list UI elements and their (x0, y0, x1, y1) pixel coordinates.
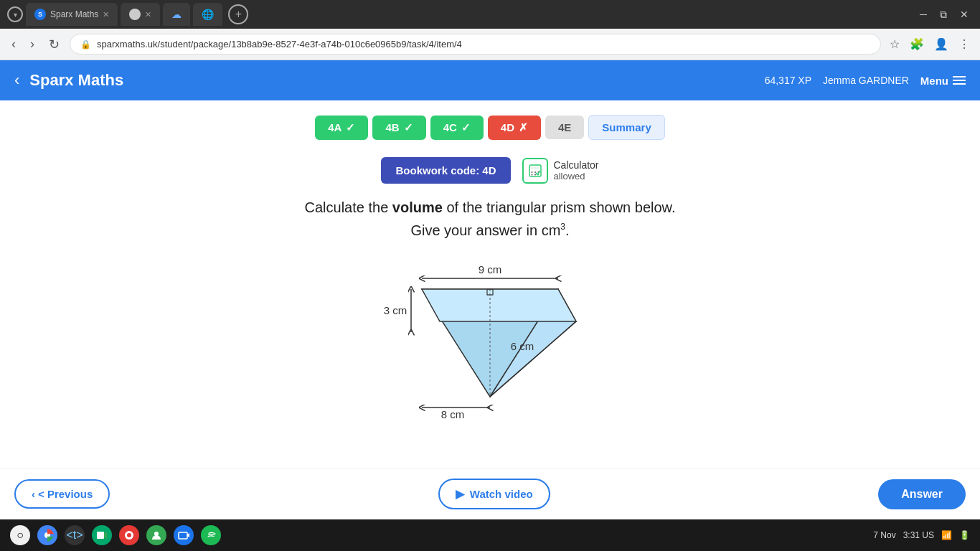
video-icon: ▶ (456, 487, 464, 501)
answer-label: Answer (901, 488, 943, 500)
svg-text:9 cm: 9 cm (479, 263, 502, 276)
tab-close-2[interactable]: ✕ (145, 10, 151, 19)
tab-4c-check-icon: ✓ (461, 121, 471, 134)
task-tabs: 4A ✓ 4B ✓ 4C ✓ 4D ✗ 4E Summary (315, 115, 664, 140)
prism-diagram: 9 cm 3 cm 6 cm 8 cm (347, 253, 633, 418)
hamburger-icon (953, 76, 966, 85)
tab-4a-label: 4A (328, 121, 341, 133)
watch-video-button[interactable]: ▶ Watch video (438, 479, 550, 509)
main-content: 4A ✓ 4B ✓ 4C ✓ 4D ✗ 4E Summary Bookwork … (0, 100, 980, 468)
tab-dropdown[interactable]: ▾ (7, 6, 23, 22)
diagram-area: 9 cm 3 cm 6 cm 8 cm (347, 253, 633, 418)
svg-point-5 (531, 174, 532, 175)
svg-marker-23 (104, 532, 107, 539)
browser-tab-image[interactable]: ✕ (121, 3, 160, 26)
close-button[interactable]: ✕ (956, 7, 973, 22)
svg-text:8 cm: 8 cm (441, 408, 465, 418)
tab-4a-check-icon: ✓ (346, 121, 355, 134)
watch-video-label: Watch video (470, 488, 533, 500)
header-right: 64,317 XP Jemma GARDNER Menu (765, 75, 966, 87)
browser-tab-sparx[interactable]: S Sparx Maths ✕ (26, 3, 118, 26)
svg-point-29 (205, 529, 217, 541)
app-back-button[interactable]: ‹ (14, 71, 19, 90)
bookmark-icon[interactable]: ☆ (887, 34, 903, 54)
tab-4e-label: 4E (558, 121, 571, 133)
taskbar-circle-icon[interactable]: ○ (10, 525, 30, 545)
user-name: Jemma GARDNER (823, 75, 909, 86)
taskbar-terminal-icon[interactable]: <t> (65, 525, 85, 545)
battery-icon: 🔋 (959, 530, 970, 540)
question-bold-text: volume (392, 199, 443, 215)
taskbar-spotify-icon[interactable] (201, 525, 221, 545)
tab-close[interactable]: ✕ (103, 10, 109, 19)
taskbar-chrome-icon[interactable] (37, 525, 57, 545)
window-controls: ─ ⧉ ✕ (915, 7, 973, 22)
tab-4b-label: 4B (385, 121, 399, 133)
profile-icon[interactable]: 👤 (931, 34, 951, 54)
url-text: sparxmaths.uk/student/package/13b8ab9e-8… (97, 39, 870, 50)
svg-rect-1 (531, 166, 540, 169)
question-pre-text: Calculate the (305, 199, 392, 215)
tab-summary[interactable]: Summary (588, 115, 664, 140)
restore-button[interactable]: ⧉ (936, 7, 951, 22)
taskbar-meet-icon[interactable] (92, 525, 112, 545)
tab-4d[interactable]: 4D ✗ (488, 116, 541, 140)
taskbar-contacts-icon[interactable] (146, 525, 166, 545)
svg-point-3 (534, 171, 536, 173)
svg-rect-27 (179, 532, 187, 539)
menu-label: Menu (920, 75, 948, 87)
taskbar-red-icon[interactable] (119, 525, 139, 545)
calculator-label: Calculator (554, 159, 599, 171)
calculator-badge: Calculator allowed (522, 158, 599, 184)
wifi-icon: 📶 (941, 530, 952, 540)
browser-tabs: ▾ S Sparx Maths ✕ ✕ ☁ 🌐 + (7, 3, 910, 26)
question-line2-text: Give your answer in cm (410, 222, 560, 238)
taskbar: ○ <t> 7 Nov 3:31 US 📶 🔋 (0, 519, 980, 551)
browser-chrome: ▾ S Sparx Maths ✕ ✕ ☁ 🌐 + ─ ⧉ ✕ (0, 0, 980, 29)
previous-label: < Previous (38, 488, 93, 500)
previous-button[interactable]: ‹ < Previous (14, 479, 110, 509)
bookwork-code-badge: Bookwork code: 4D (381, 157, 510, 184)
calculator-icon (522, 158, 548, 184)
question-line2: Give your answer in cm3. (305, 222, 676, 239)
app-header: ‹ Sparx Maths 64,317 XP Jemma GARDNER Me… (0, 60, 980, 100)
taskbar-date: 7 Nov (873, 530, 895, 540)
new-tab-button[interactable]: + (228, 4, 248, 24)
prev-arrow-icon: ‹ (32, 488, 35, 500)
svg-point-2 (531, 171, 532, 173)
menu-button[interactable]: Menu (920, 75, 966, 87)
xp-display: 64,317 XP (765, 75, 811, 86)
more-icon[interactable]: ⋮ (956, 34, 973, 54)
tab-4c[interactable]: 4C ✓ (430, 116, 484, 140)
tab-4d-x-icon: ✗ (519, 121, 528, 134)
browser-toolbar-icons: ☆ 🧩 👤 ⋮ (887, 34, 973, 54)
back-nav-button[interactable]: ‹ (7, 34, 20, 55)
question-line1: Calculate the volume of the triangular p… (305, 199, 676, 216)
taskbar-time: 3:31 US (903, 530, 934, 540)
svg-text:6 cm: 6 cm (511, 340, 534, 352)
taskbar-camera-icon[interactable] (174, 525, 194, 545)
question-area: Calculate the volume of the triangular p… (305, 199, 676, 239)
bookwork-row: Bookwork code: 4D Calculato (381, 157, 598, 184)
tab-4c-label: 4C (443, 121, 457, 133)
browser-tab-cloud[interactable]: ☁ (163, 3, 190, 26)
url-bar[interactable]: 🔒 sparxmaths.uk/student/package/13b8ab9e… (70, 34, 881, 55)
tab-summary-label: Summary (602, 121, 651, 133)
tab-4d-label: 4D (501, 121, 514, 133)
bottom-bar: ‹ < Previous ▶ Watch video Answer (0, 468, 980, 519)
tab-4a[interactable]: 4A ✓ (315, 116, 368, 140)
extension-icon[interactable]: 🧩 (907, 34, 927, 54)
tab-4b-check-icon: ✓ (404, 121, 413, 134)
reload-button[interactable]: ↻ (44, 34, 64, 55)
tab-4b[interactable]: 4B ✓ (372, 116, 425, 140)
answer-button[interactable]: Answer (878, 479, 966, 509)
browser-navbar: ‹ › ↻ 🔒 sparxmaths.uk/student/package/13… (0, 29, 980, 60)
lock-icon: 🔒 (80, 39, 91, 50)
minimize-button[interactable]: ─ (915, 7, 931, 22)
svg-point-25 (127, 533, 131, 537)
browser-tab-globe[interactable]: 🌐 (193, 3, 222, 26)
forward-nav-button[interactable]: › (26, 34, 39, 55)
svg-rect-22 (97, 532, 104, 539)
tab-4e[interactable]: 4E (545, 116, 584, 139)
svg-point-6 (534, 174, 536, 175)
